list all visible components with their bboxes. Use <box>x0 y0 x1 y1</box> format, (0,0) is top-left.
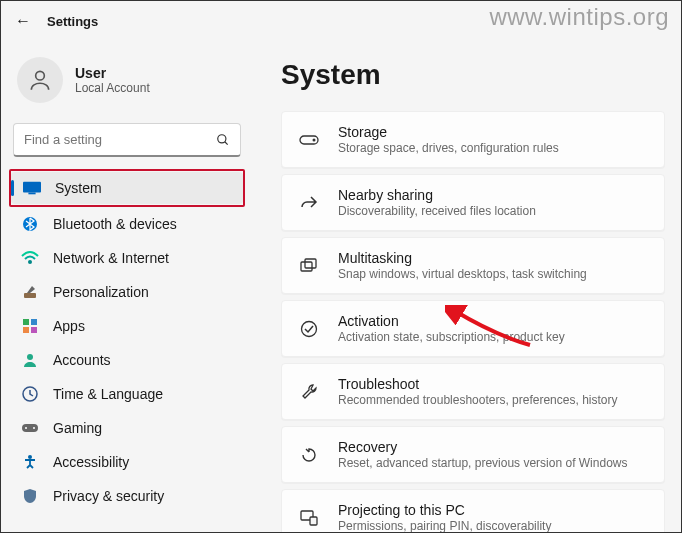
watermark: www.wintips.org <box>489 3 669 31</box>
search-input[interactable] <box>24 132 216 147</box>
svg-rect-20 <box>301 262 312 271</box>
svg-point-19 <box>313 138 316 141</box>
sidebar-item-label: Accessibility <box>53 454 129 470</box>
back-button[interactable]: ← <box>15 12 31 30</box>
app-title: Settings <box>47 14 98 29</box>
sidebar-item-label: Time & Language <box>53 386 163 402</box>
highlight-system: System <box>9 169 245 207</box>
share-icon <box>298 192 320 214</box>
sidebar-item-time[interactable]: Time & Language <box>9 378 245 410</box>
clock-icon <box>21 385 39 403</box>
sidebar-item-label: Gaming <box>53 420 102 436</box>
card-recovery[interactable]: Recovery Reset, advanced startup, previo… <box>281 426 665 483</box>
search-icon <box>216 133 230 147</box>
sidebar-item-label: System <box>55 180 102 196</box>
svg-point-16 <box>33 427 35 429</box>
sidebar-item-label: Apps <box>53 318 85 334</box>
page-title: System <box>281 59 665 91</box>
gaming-icon <box>21 419 39 437</box>
sidebar: User Local Account System <box>1 41 253 532</box>
svg-rect-14 <box>22 424 38 432</box>
card-sub: Recommended troubleshooters, preferences… <box>338 393 617 407</box>
card-sub: Storage space, drives, configuration rul… <box>338 141 559 155</box>
system-icon <box>23 179 41 197</box>
main-content: System Storage Storage space, drives, co… <box>253 41 681 532</box>
sidebar-item-accounts[interactable]: Accounts <box>9 344 245 376</box>
sidebar-item-label: Personalization <box>53 284 149 300</box>
svg-rect-7 <box>24 293 36 298</box>
accessibility-icon <box>21 453 39 471</box>
sidebar-item-personalization[interactable]: Personalization <box>9 276 245 308</box>
troubleshoot-icon <box>298 381 320 403</box>
svg-point-15 <box>25 427 27 429</box>
svg-point-0 <box>36 71 45 80</box>
card-activation[interactable]: Activation Activation state, subscriptio… <box>281 300 665 357</box>
svg-rect-3 <box>23 182 41 193</box>
svg-point-6 <box>28 260 32 264</box>
card-storage[interactable]: Storage Storage space, drives, configura… <box>281 111 665 168</box>
user-name: User <box>75 65 150 81</box>
card-sub: Discoverability, received files location <box>338 204 536 218</box>
svg-point-22 <box>302 321 317 336</box>
storage-icon <box>298 129 320 151</box>
svg-rect-10 <box>23 327 29 333</box>
card-title: Storage <box>338 124 559 140</box>
shield-icon <box>21 487 39 505</box>
svg-point-1 <box>218 134 226 142</box>
sidebar-item-accessibility[interactable]: Accessibility <box>9 446 245 478</box>
svg-rect-8 <box>23 319 29 325</box>
personalization-icon <box>21 283 39 301</box>
card-title: Nearby sharing <box>338 187 536 203</box>
card-projecting[interactable]: Projecting to this PC Permissions, pairi… <box>281 489 665 532</box>
activation-icon <box>298 318 320 340</box>
sidebar-item-network[interactable]: Network & Internet <box>9 242 245 274</box>
card-title: Troubleshoot <box>338 376 617 392</box>
svg-rect-11 <box>31 327 37 333</box>
sidebar-item-label: Accounts <box>53 352 111 368</box>
sidebar-item-system[interactable]: System <box>11 172 243 204</box>
user-block[interactable]: User Local Account <box>9 49 245 119</box>
projecting-icon <box>298 507 320 529</box>
accounts-icon <box>21 351 39 369</box>
sidebar-item-label: Privacy & security <box>53 488 164 504</box>
card-sub: Reset, advanced startup, previous versio… <box>338 456 627 470</box>
card-title: Multitasking <box>338 250 587 266</box>
card-title: Projecting to this PC <box>338 502 551 518</box>
svg-rect-4 <box>28 193 35 195</box>
sidebar-item-bluetooth[interactable]: Bluetooth & devices <box>9 208 245 240</box>
svg-rect-24 <box>310 517 317 525</box>
sidebar-item-apps[interactable]: Apps <box>9 310 245 342</box>
card-multitasking[interactable]: Multitasking Snap windows, virtual deskt… <box>281 237 665 294</box>
avatar <box>17 57 63 103</box>
card-troubleshoot[interactable]: Troubleshoot Recommended troubleshooters… <box>281 363 665 420</box>
bluetooth-icon <box>21 215 39 233</box>
svg-point-12 <box>27 354 33 360</box>
card-sub: Snap windows, virtual desktops, task swi… <box>338 267 587 281</box>
sidebar-item-label: Network & Internet <box>53 250 169 266</box>
card-title: Recovery <box>338 439 627 455</box>
sidebar-item-gaming[interactable]: Gaming <box>9 412 245 444</box>
multitasking-icon <box>298 255 320 277</box>
sidebar-item-privacy[interactable]: Privacy & security <box>9 480 245 512</box>
card-sub: Activation state, subscriptions, product… <box>338 330 565 344</box>
card-title: Activation <box>338 313 565 329</box>
user-sub: Local Account <box>75 81 150 95</box>
card-sub: Permissions, pairing PIN, discoverabilit… <box>338 519 551 532</box>
apps-icon <box>21 317 39 335</box>
recovery-icon <box>298 444 320 466</box>
sidebar-item-label: Bluetooth & devices <box>53 216 177 232</box>
svg-rect-9 <box>31 319 37 325</box>
svg-line-2 <box>225 141 228 144</box>
network-icon <box>21 249 39 267</box>
card-nearby-sharing[interactable]: Nearby sharing Discoverability, received… <box>281 174 665 231</box>
svg-point-17 <box>28 455 32 459</box>
svg-rect-21 <box>305 259 316 268</box>
search-box[interactable] <box>13 123 241 157</box>
